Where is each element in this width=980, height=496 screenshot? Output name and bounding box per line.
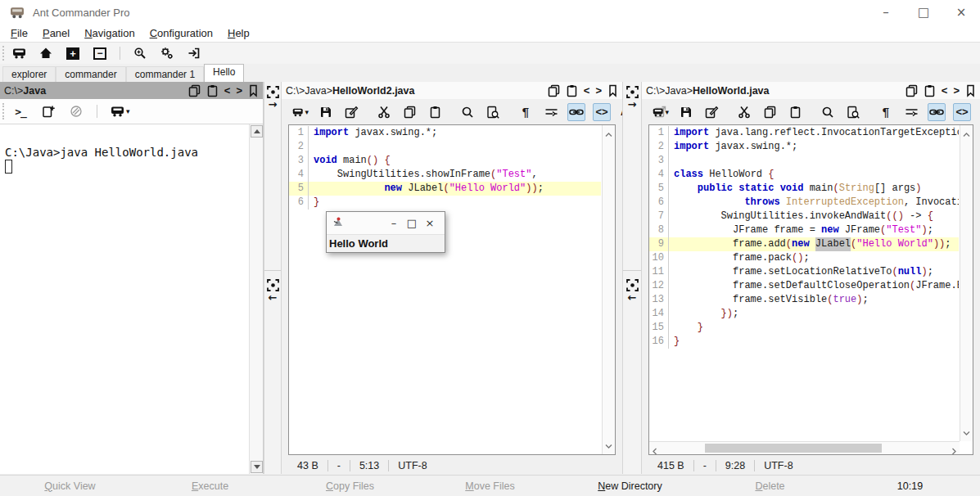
hyperlink-button[interactable]	[567, 103, 585, 121]
scroll-up-button[interactable]	[251, 125, 263, 138]
chevron-left-icon[interactable]: <	[942, 85, 948, 96]
function-execute[interactable]: Execute	[140, 480, 280, 492]
search-button[interactable]	[458, 103, 476, 121]
edit-button[interactable]	[342, 103, 360, 121]
scroll-up-icon[interactable]	[605, 128, 612, 140]
bookmark-icon[interactable]	[607, 84, 618, 97]
copy-button[interactable]	[761, 103, 779, 121]
edit-button[interactable]	[702, 103, 720, 121]
splitter-right[interactable]: → ←	[622, 82, 642, 474]
menu-item-panel[interactable]: Panel	[35, 27, 77, 39]
panel-menu-button[interactable]: ▾	[652, 103, 670, 121]
menu-item-help[interactable]: Help	[220, 27, 257, 39]
scroll-down-icon[interactable]	[963, 426, 970, 439]
title-bar: Ant Commander Pro – □ ×	[0, 0, 980, 25]
paste-button[interactable]	[786, 103, 804, 121]
function-move-files[interactable]: Move Files	[420, 480, 560, 492]
collapse-right-button[interactable]: →	[623, 82, 641, 108]
file-size: 43 B	[288, 460, 327, 471]
scroll-down-button[interactable]	[251, 461, 263, 473]
code-editor[interactable]: 1import java.lang.reflect.InvocationTarg…	[648, 124, 973, 455]
search-file-button[interactable]	[484, 103, 502, 121]
popup-close-button[interactable]: ×	[421, 217, 439, 229]
bookmark-icon[interactable]	[965, 84, 976, 97]
scroll-left-icon[interactable]	[652, 445, 657, 458]
panels-button[interactable]	[11, 45, 26, 61]
hello-world-window[interactable]: – □ × Hello World	[326, 211, 445, 253]
terminal-scrollbar[interactable]	[249, 124, 263, 474]
collapse-left-button[interactable]: ←	[264, 275, 281, 301]
popup-maximize-button[interactable]: □	[403, 217, 421, 229]
clipboard-icon[interactable]	[924, 84, 936, 97]
collapse-left-button[interactable]: ←	[623, 275, 641, 301]
popup-minimize-button[interactable]: –	[385, 217, 403, 229]
menu-item-navigation[interactable]: Navigation	[77, 27, 142, 39]
panel-menu-button[interactable]: ▾	[291, 103, 309, 121]
function-new-directory[interactable]: New Directory	[560, 480, 700, 492]
scroll-down-icon[interactable]	[605, 440, 612, 452]
menu-item-configuration[interactable]: Configuration	[142, 27, 220, 39]
terminal-output[interactable]: C:\Java>java HelloWorld.java	[0, 124, 263, 474]
scroll-right-icon[interactable]	[951, 445, 957, 458]
edit-disabled-icon	[69, 103, 84, 119]
splitter-left[interactable]: → ←	[264, 82, 282, 474]
syntax-button[interactable]: <>	[953, 103, 971, 121]
chevron-right-icon[interactable]: >	[236, 85, 242, 96]
minimize-button[interactable]: –	[867, 0, 905, 25]
chevron-left-icon[interactable]: <	[224, 85, 231, 96]
new-file-button[interactable]	[41, 103, 56, 119]
arrow-right-icon: →	[623, 101, 641, 108]
hscroll-thumb[interactable]	[705, 444, 882, 453]
hyperlink-button[interactable]	[928, 103, 946, 121]
copy-icon[interactable]	[548, 84, 560, 97]
enter-button[interactable]	[187, 45, 201, 61]
panel-menu-button[interactable]: ▾	[111, 103, 130, 119]
editor-hscrollbar[interactable]	[649, 441, 960, 454]
editor-vscrollbar[interactable]	[960, 125, 973, 441]
cut-button[interactable]	[375, 103, 393, 121]
bookmark-icon[interactable]	[248, 84, 259, 97]
chevron-right-icon[interactable]: >	[953, 85, 960, 96]
syntax-button[interactable]: <>	[593, 103, 611, 121]
cut-button[interactable]	[735, 103, 753, 121]
copy-button[interactable]	[400, 103, 418, 121]
word-wrap-button[interactable]	[542, 103, 560, 121]
chevron-left-icon[interactable]: <	[584, 85, 590, 96]
home-button[interactable]	[38, 45, 53, 61]
function-copy-files[interactable]: Copy Files	[280, 480, 420, 492]
terminal-icon[interactable]: >_	[13, 103, 28, 119]
pilcrow-button[interactable]: ¶	[517, 103, 535, 121]
remove-tab-button[interactable]: −	[93, 45, 107, 61]
collapse-right-button[interactable]: →	[264, 82, 281, 108]
editor-vscrollbar[interactable]	[602, 125, 615, 454]
pilcrow-button[interactable]: ¶	[877, 103, 895, 121]
close-button[interactable]: ×	[942, 0, 980, 25]
code-line: 2	[289, 140, 601, 154]
paste-button[interactable]	[426, 103, 444, 121]
add-tab-button[interactable]: +	[65, 45, 80, 61]
zoom-button[interactable]	[133, 45, 147, 61]
save-button[interactable]	[677, 103, 695, 121]
save-button[interactable]	[317, 103, 335, 121]
tab-commander-1[interactable]: commander 1	[126, 66, 204, 82]
maximize-button[interactable]: □	[905, 0, 942, 25]
tab-commander[interactable]: commander	[56, 66, 125, 82]
code-line: 14 });	[649, 307, 959, 321]
function-delete[interactable]: Delete	[700, 480, 840, 492]
scroll-up-icon[interactable]	[963, 128, 970, 140]
search-file-button[interactable]	[844, 103, 862, 121]
toolbar-separator	[97, 105, 97, 118]
settings-button[interactable]	[160, 45, 174, 61]
search-button[interactable]	[819, 103, 837, 121]
copy-icon[interactable]	[905, 84, 918, 97]
menu-item-file[interactable]: File	[3, 27, 35, 39]
chevron-right-icon[interactable]: >	[595, 85, 602, 96]
code-editor[interactable]: 1import javax.swing.*;23void main() {4 S…	[288, 124, 616, 455]
tab-hello[interactable]: Hello	[204, 64, 244, 82]
tab-explorer[interactable]: explorer	[2, 66, 56, 82]
copy-icon[interactable]	[188, 84, 201, 97]
function-quick-view[interactable]: Quick View	[0, 480, 140, 492]
word-wrap-button[interactable]	[902, 103, 920, 121]
clipboard-icon[interactable]	[566, 84, 578, 97]
clipboard-icon[interactable]	[206, 84, 219, 97]
